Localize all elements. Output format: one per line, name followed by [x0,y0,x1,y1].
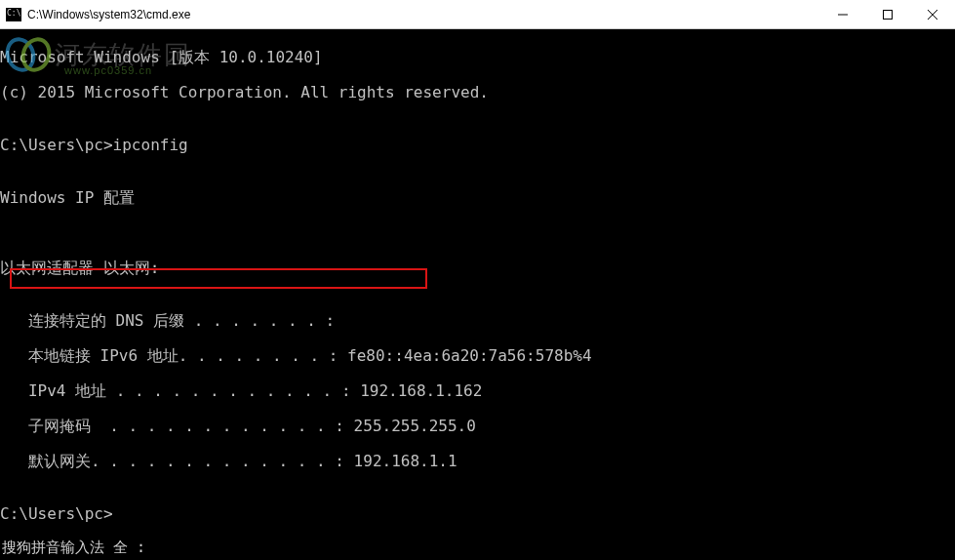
prompt-line: C:\Users\pc>ipconfig [0,137,955,154]
subnet-mask-line: 子网掩码 . . . . . . . . . . . . : 255.255.2… [0,418,955,435]
prompt-line: C:\Users\pc> [0,505,955,523]
window-titlebar: C:\Windows\system32\cmd.exe [0,0,955,29]
window-title: C:\Windows\system32\cmd.exe [27,8,820,21]
window-controls [820,0,955,28]
dns-suffix-line: 连接特定的 DNS 后缀 . . . . . . . : [0,312,955,330]
minimize-button[interactable] [820,0,865,28]
terminal-line: Microsoft Windows [版本 10.0.10240] [0,49,955,66]
close-button[interactable] [910,0,955,28]
terminal-line: (c) 2015 Microsoft Corporation. All righ… [0,84,955,101]
svg-rect-1 [884,10,893,19]
adapter-line: 以太网适配器 以太网: [0,260,955,277]
section-header: Windows IP 配置 [0,189,955,207]
cmd-icon [6,8,21,21]
ipv4-line: IPv4 地址 . . . . . . . . . . . . : 192.16… [0,382,955,400]
maximize-button[interactable] [865,0,910,28]
terminal-area[interactable]: Microsoft Windows [版本 10.0.10240] (c) 20… [0,29,955,560]
ipv6-line: 本地链接 IPv6 地址. . . . . . . . : fe80::4ea:… [0,347,955,365]
ime-status: 搜狗拼音输入法 全 : [2,539,145,556]
gateway-line: 默认网关. . . . . . . . . . . . . : 192.168.… [0,453,955,470]
